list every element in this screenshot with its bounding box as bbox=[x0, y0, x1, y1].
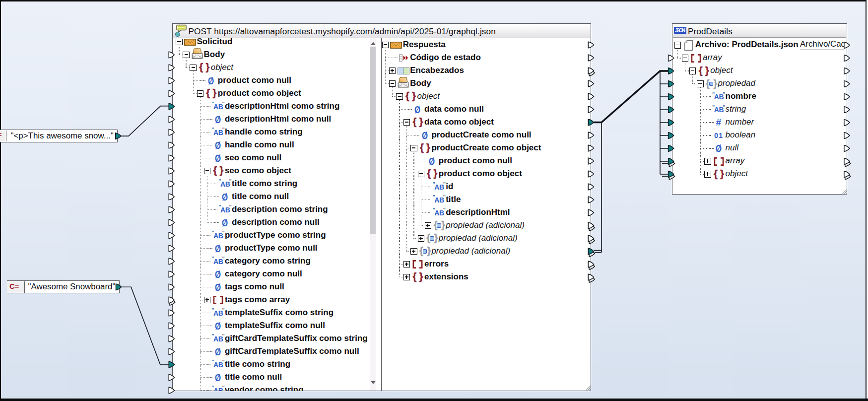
svg-text:JSON: JSON bbox=[675, 28, 685, 33]
